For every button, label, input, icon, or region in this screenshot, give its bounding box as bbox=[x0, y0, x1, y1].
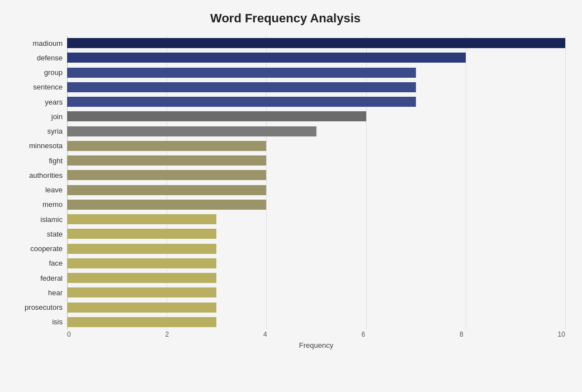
y-label-years: years bbox=[45, 95, 63, 109]
bar-row bbox=[67, 168, 565, 182]
bar-join bbox=[67, 111, 366, 121]
y-label-islamic: islamic bbox=[40, 212, 63, 226]
bar-prosecutors bbox=[67, 303, 216, 313]
bar-row bbox=[67, 65, 565, 80]
bar-row bbox=[67, 183, 565, 197]
y-label-syria: syria bbox=[48, 124, 63, 139]
bar-years bbox=[67, 97, 416, 107]
bar-row bbox=[67, 124, 565, 139]
bar-leave bbox=[67, 185, 266, 195]
bar-state bbox=[67, 229, 216, 239]
bar-row bbox=[67, 256, 565, 271]
bar-group bbox=[67, 68, 416, 78]
y-label-memo: memo bbox=[42, 197, 63, 212]
bar-row bbox=[67, 80, 565, 95]
y-axis: madioumdefensegroupsentenceyearsjoinsyri… bbox=[6, 36, 67, 329]
x-tick-0: 0 bbox=[67, 330, 71, 338]
bar-memo bbox=[67, 200, 266, 210]
x-axis-label: Frequency bbox=[67, 341, 565, 350]
bar-row bbox=[67, 212, 565, 226]
y-label-state: state bbox=[47, 226, 63, 241]
bar-sentence bbox=[67, 82, 416, 92]
bar-madioum bbox=[67, 38, 565, 48]
bar-face bbox=[67, 258, 216, 268]
y-label-prosecutors: prosecutors bbox=[25, 300, 63, 315]
bar-row bbox=[67, 315, 565, 329]
bar-row bbox=[67, 109, 565, 124]
y-label-join: join bbox=[51, 109, 63, 124]
y-label-group: group bbox=[44, 65, 63, 80]
y-label-minnesota: minnesota bbox=[29, 139, 63, 153]
y-label-face: face bbox=[49, 256, 63, 271]
bar-row bbox=[67, 36, 565, 50]
y-label-fight: fight bbox=[49, 153, 63, 168]
bar-row bbox=[67, 271, 565, 285]
bar-row bbox=[67, 95, 565, 109]
bar-row bbox=[67, 197, 565, 212]
bar-syria bbox=[67, 126, 316, 136]
chart-container: Word Frequency Analysis madioumdefensegr… bbox=[0, 0, 582, 392]
y-label-authorities: authorities bbox=[29, 168, 63, 182]
bar-defense bbox=[67, 53, 466, 63]
y-label-isis: isis bbox=[52, 315, 63, 329]
bar-islamic bbox=[67, 214, 216, 224]
x-tick-4: 4 bbox=[263, 330, 267, 338]
y-label-leave: leave bbox=[45, 183, 63, 197]
chart-title: Word Frequency Analysis bbox=[6, 11, 565, 26]
y-label-madioum: madioum bbox=[33, 36, 63, 50]
bar-row bbox=[67, 285, 565, 300]
x-tick-10: 10 bbox=[558, 330, 565, 338]
bar-row bbox=[67, 50, 565, 65]
y-label-cooperate: cooperate bbox=[30, 242, 63, 256]
x-tick-8: 8 bbox=[460, 330, 463, 338]
y-label-hear: hear bbox=[48, 285, 63, 300]
bar-row bbox=[67, 153, 565, 168]
bar-cooperate bbox=[67, 244, 216, 254]
grid-line-10 bbox=[565, 36, 566, 329]
x-tick-6: 6 bbox=[362, 330, 366, 338]
bar-row bbox=[67, 139, 565, 153]
bar-federal bbox=[67, 273, 216, 283]
bar-authorities bbox=[67, 170, 266, 180]
bar-row bbox=[67, 242, 565, 256]
bar-minnesota bbox=[67, 141, 266, 151]
bars-section bbox=[67, 36, 565, 329]
bar-isis bbox=[67, 317, 216, 327]
bar-fight bbox=[67, 155, 266, 166]
y-label-federal: federal bbox=[40, 271, 63, 285]
x-tick-2: 2 bbox=[165, 330, 169, 338]
bar-hear bbox=[67, 287, 216, 297]
y-label-sentence: sentence bbox=[33, 80, 63, 95]
y-label-defense: defense bbox=[37, 50, 63, 65]
bar-row bbox=[67, 226, 565, 241]
bar-row bbox=[67, 300, 565, 315]
